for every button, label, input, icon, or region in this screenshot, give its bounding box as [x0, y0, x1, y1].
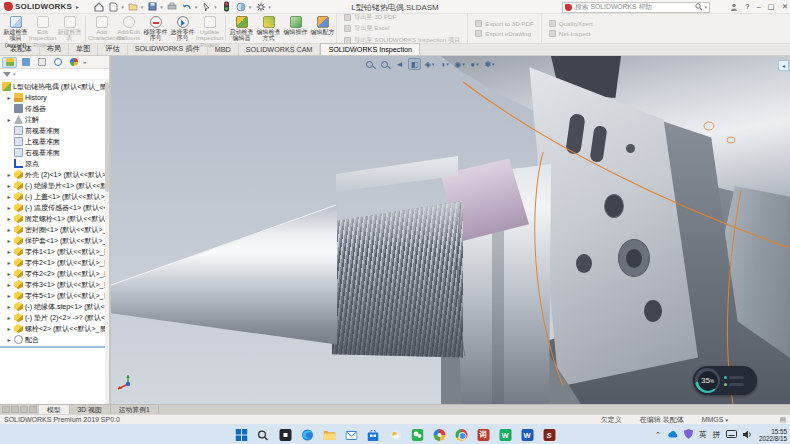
expand-arrow-icon[interactable]: ▸: [6, 336, 12, 343]
expand-arrow-icon[interactable]: ▸: [6, 204, 12, 211]
expand-arrow-icon[interactable]: ▸: [6, 314, 12, 321]
tab-mbd[interactable]: MBD: [208, 44, 239, 55]
zoom-fit-icon[interactable]: [363, 58, 376, 70]
expand-arrow-icon[interactable]: ▸: [6, 281, 12, 288]
model-shaft[interactable]: [111, 204, 337, 346]
onedrive-icon[interactable]: [667, 430, 678, 441]
tree-item-part[interactable]: ▸密封圈<1> (默认<<默认>_显示状: [0, 224, 109, 235]
tree-item-part[interactable]: ▸零件3<1> (默认<<默认>_显示状: [0, 279, 109, 290]
print-icon[interactable]: [167, 1, 178, 12]
previous-view-icon[interactable]: ◄: [393, 58, 406, 70]
file-explorer-button[interactable]: [322, 428, 337, 443]
edit-inspection-project-button[interactable]: Edit Inspection Project: [29, 14, 56, 43]
tray-expand-icon[interactable]: ⌃: [655, 431, 661, 439]
launch-inspection-editor-button[interactable]: 启动检查编辑器: [228, 14, 255, 43]
tree-item-annotations[interactable]: ▸注解: [0, 114, 109, 125]
tab-cam[interactable]: SOLIDWORKS CAM: [239, 44, 321, 55]
chrome-button[interactable]: [454, 428, 469, 443]
tree-item-front-plane[interactable]: 前视基准面: [0, 125, 109, 136]
tree-item-root[interactable]: L型铂铑热电偶 (默认<默认_显示状态-1: [0, 81, 109, 92]
expand-arrow-icon[interactable]: ▸: [6, 259, 12, 266]
minimize-button[interactable]: –: [756, 0, 760, 13]
export-edrawing-item[interactable]: Export eDrawing: [475, 30, 534, 37]
net-inspect-item[interactable]: Net-Inspect: [549, 30, 593, 37]
tab-layout[interactable]: 布局: [40, 43, 69, 55]
tree-item-part[interactable]: ▸零件5<1> (默认<<默认>_显示状: [0, 290, 109, 301]
tab-model[interactable]: 模型: [39, 405, 70, 414]
model-threaded-section[interactable]: [332, 201, 463, 359]
status-custom-icon[interactable]: ▤: [779, 416, 786, 424]
options-caret-icon[interactable]: ▾: [268, 4, 271, 10]
select-icon[interactable]: [201, 1, 212, 12]
tab-scroll-prev[interactable]: [11, 406, 19, 413]
expand-arrow-icon[interactable]: ▸: [6, 292, 12, 299]
remove-balloons-button[interactable]: 移除零件序号: [142, 14, 169, 43]
tree-item-part[interactable]: ▸保护套<1> (默认<<默认>_显示状: [0, 235, 109, 246]
displaymanager-tab[interactable]: [66, 57, 81, 68]
update-inspection-project-button[interactable]: Update Inspection Project: [196, 14, 223, 43]
export-to-3dpdf-item[interactable]: Export to 3D PDF: [475, 20, 534, 27]
save-icon[interactable]: [147, 1, 158, 12]
tab-assembly[interactable]: 装配体: [3, 43, 40, 55]
tab-inspection[interactable]: SOLIDWORKS Inspection: [320, 43, 420, 55]
help-search-box[interactable]: 搜索 SOLIDWORKS 帮助 ▾: [562, 2, 710, 13]
red-app-button[interactable]: 词: [476, 428, 491, 443]
display-style-icon[interactable]: ◑▾: [438, 58, 451, 70]
units-selector[interactable]: MMGS▾: [702, 416, 728, 423]
expand-arrow-icon[interactable]: ▸: [6, 248, 12, 255]
featuremanager-tab[interactable]: [2, 57, 17, 68]
qualityxpert-item[interactable]: QualityXpert: [549, 20, 593, 27]
search-button[interactable]: [256, 428, 271, 443]
appearance-caret-icon[interactable]: ▾: [249, 4, 252, 10]
expand-arrow-icon[interactable]: ▸: [6, 182, 12, 189]
close-button[interactable]: ✕: [782, 0, 788, 13]
configurationmanager-tab[interactable]: [34, 57, 49, 68]
section-view-icon[interactable]: ◧: [408, 58, 421, 70]
tree-item-history[interactable]: ▸History: [0, 92, 109, 103]
ime-language-indicator[interactable]: 英: [699, 430, 707, 440]
tree-item-part[interactable]: ▸(-) 垫片 (2)<2> ->? (默认<<默认: [0, 312, 109, 323]
propertymanager-tab[interactable]: [18, 57, 33, 68]
options-icon[interactable]: [255, 1, 266, 12]
start-button[interactable]: [234, 428, 249, 443]
tree-item-part[interactable]: ▸(-) 上盖<1> (默认<<默认>_显示状: [0, 191, 109, 202]
tree-item-mates[interactable]: ▸配合: [0, 334, 109, 345]
open-icon[interactable]: [128, 1, 139, 12]
tree-item-origin[interactable]: 原点: [0, 158, 109, 169]
expand-arrow-icon[interactable]: ▸: [6, 215, 12, 222]
view-orientation-icon[interactable]: ◈▾: [423, 58, 436, 70]
dimxpertmanager-tab[interactable]: [50, 57, 65, 68]
panel-tabs-overflow-icon[interactable]: »: [83, 59, 86, 65]
home-icon[interactable]: [93, 1, 104, 12]
new-check-sheet-button[interactable]: 新建检查表: [56, 14, 83, 43]
save-caret-icon[interactable]: ▾: [160, 4, 163, 10]
tree-item-part[interactable]: ▸外壳 (2)<1> (默认<<默认>_显示状: [0, 169, 109, 180]
appearance-icon[interactable]: [236, 1, 247, 12]
hide-show-items-icon[interactable]: ◉▾: [453, 58, 466, 70]
microsoft-store-button[interactable]: [366, 428, 381, 443]
undo-caret-icon[interactable]: ▾: [195, 4, 198, 10]
undo-icon[interactable]: [182, 1, 193, 12]
zoom-percent-widget[interactable]: 35 %: [693, 366, 757, 395]
expand-arrow-icon[interactable]: ▸: [6, 270, 12, 277]
tree-scrollbar[interactable]: [105, 80, 109, 404]
new-inspection-project-button[interactable]: 新建检查项目 (amp;N): [2, 14, 29, 43]
add-characteristic-button[interactable]: Add Characteristic: [88, 14, 115, 43]
tree-item-right-plane[interactable]: 右视基准面: [0, 147, 109, 158]
task-pane-tab[interactable]: ◂: [778, 60, 789, 71]
weather-button[interactable]: [388, 428, 403, 443]
search-icon[interactable]: [695, 3, 703, 11]
tree-item-part[interactable]: ▸零件2<2> (默认<<默认>_显示状: [0, 268, 109, 279]
browser-360-button[interactable]: [432, 428, 447, 443]
tree-item-sensors[interactable]: 传感器: [0, 103, 109, 114]
expand-arrow-icon[interactable]: ▸: [6, 193, 12, 200]
tree-item-part[interactable]: ▸零件1<1> (默认<<默认>_显示状: [0, 246, 109, 257]
edit-appearance-icon[interactable]: ●▾: [468, 58, 481, 70]
tree-split-handle[interactable]: [0, 346, 109, 348]
mail-button[interactable]: [344, 428, 359, 443]
tab-evaluate[interactable]: 评估: [98, 43, 127, 55]
open-caret-icon[interactable]: ▾: [141, 4, 144, 10]
expand-arrow-icon[interactable]: ▸: [6, 94, 12, 101]
new-document-icon[interactable]: [108, 1, 119, 12]
clock[interactable]: 15:55 2022/8/15: [759, 428, 787, 442]
